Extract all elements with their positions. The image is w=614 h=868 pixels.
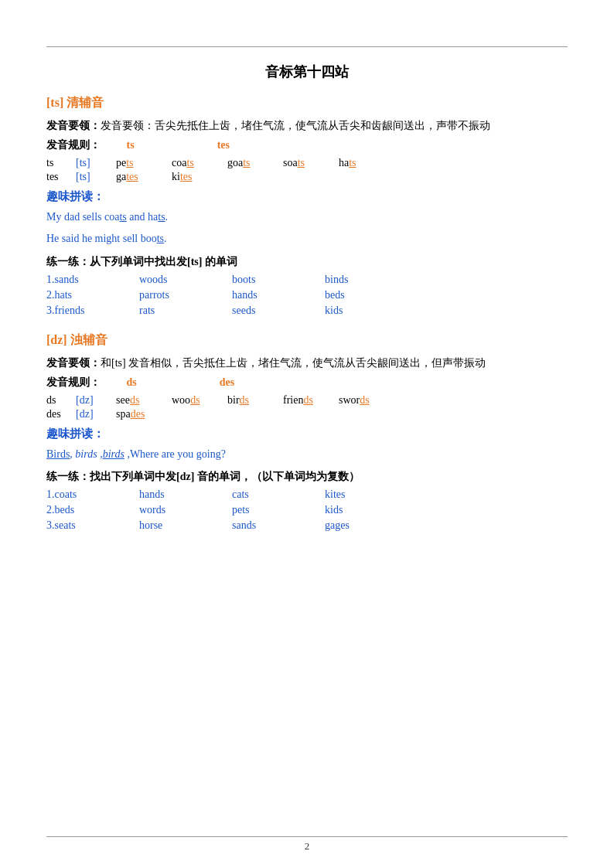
dz-practice-row2: 2.beds words pets kids bbox=[46, 504, 568, 516]
dz-fun-title: 趣味拼读： bbox=[46, 427, 568, 441]
ts-practice-row3: 3.friends rats seeds kids bbox=[46, 305, 568, 317]
ts-word-row1: ts [ts] pets coats goats soats hats bbox=[46, 157, 568, 169]
ts-practice-title: 练一练：从下列单词中找出发[ts] 的单词 bbox=[46, 255, 568, 269]
ts-word-row2: tes [ts] gates kites bbox=[46, 171, 568, 183]
dz-word-row1: ds [dz] seeds woods birds friends swords bbox=[46, 394, 568, 407]
dz-sentence1: Birds, birds ,birds ,Where are you going… bbox=[46, 444, 568, 464]
bottom-rule bbox=[46, 836, 568, 837]
ts-practice-row1: 1.sands woods boots binds bbox=[46, 274, 568, 286]
ts-sentence2: He said he might sell boots. bbox=[46, 229, 568, 248]
section-ts-rule: 发音规则： ts tes bbox=[46, 138, 568, 152]
ts-fun-title: 趣味拼读： bbox=[46, 189, 568, 204]
page-number: 2 bbox=[0, 840, 614, 853]
page: 音标第十四站 [ts] 清辅音 发音要领：发音要领：舌尖先抵住上齿，堵住气流，使… bbox=[0, 0, 614, 868]
section-ts-heading: [ts] 清辅音 bbox=[46, 95, 568, 111]
ts-practice-row2: 2.hats parrots hands beds bbox=[46, 289, 568, 301]
section-ts: [ts] 清辅音 发音要领：发音要领：舌尖先抵住上齿，堵住气流，使气流从舌尖和齿… bbox=[46, 95, 568, 317]
ts-sentence1: My dad sells coats and hats. bbox=[46, 207, 568, 226]
page-title: 音标第十四站 bbox=[46, 63, 568, 81]
dz-practice-title: 练一练：找出下列单词中发[dz] 音的单词，（以下单词均为复数） bbox=[46, 470, 568, 484]
section-dz-rule: 发音规则： ds des bbox=[46, 376, 568, 390]
dz-word-row2: des [dz] spades bbox=[46, 408, 568, 420]
section-dz: [dz] 浊辅音 发音要领：和[ts] 发音相似，舌尖抵住上齿，堵住气流，使气流… bbox=[46, 332, 568, 532]
dz-practice-row1: 1.coats hands cats kites bbox=[46, 488, 568, 501]
section-dz-desc: 发音要领：和[ts] 发音相似，舌尖抵住上齿，堵住气流，使气流从舌尖龈间送出，但… bbox=[46, 353, 568, 373]
dz-practice-row3: 3.seats horse sands gages bbox=[46, 519, 568, 532]
section-dz-heading: [dz] 浊辅音 bbox=[46, 332, 568, 349]
section-ts-desc: 发音要领：发音要领：舌尖先抵住上齿，堵住气流，使气流从舌尖和齿龈间送出，声带不振… bbox=[46, 116, 568, 135]
top-rule bbox=[46, 46, 568, 47]
